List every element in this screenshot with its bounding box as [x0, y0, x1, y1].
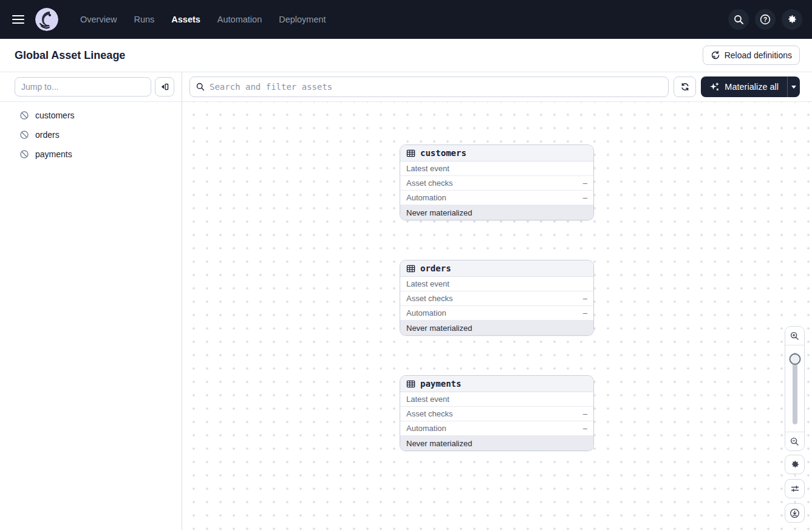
refresh-button[interactable] — [674, 76, 696, 97]
help-button[interactable]: ? — [755, 9, 776, 30]
nav-item-automation[interactable]: Automation — [217, 15, 262, 24]
gear-icon — [786, 14, 797, 25]
reload-icon — [711, 50, 720, 60]
graph-settings-button[interactable] — [785, 455, 805, 474]
never-materialized-icon — [19, 110, 29, 120]
never-materialized-icon — [19, 130, 29, 140]
dagster-logo-icon[interactable] — [35, 8, 58, 31]
collapse-panel-icon — [160, 82, 169, 92]
asset-node-name: payments — [420, 379, 461, 389]
asset-node-header: customers — [400, 145, 593, 161]
refresh-icon — [680, 82, 690, 92]
nav-item-deployment[interactable]: Deployment — [279, 15, 326, 24]
node-row-automation: Automation– — [400, 421, 593, 436]
lineage-sidebar: customers orders payments — [0, 72, 182, 530]
node-row-latest-event: Latest event — [400, 277, 593, 291]
table-icon — [406, 379, 415, 389]
reload-definitions-button[interactable]: Reload definitions — [703, 46, 800, 65]
asset-node-orders[interactable]: orders Latest event Asset checks– Automa… — [400, 260, 594, 336]
materialize-split-button: Materialize all — [701, 76, 800, 97]
hamburger-menu-icon[interactable] — [4, 0, 33, 39]
asset-item-label: customers — [35, 110, 75, 120]
asset-list-item-orders[interactable]: orders — [0, 125, 182, 144]
asset-node-header: payments — [400, 376, 593, 392]
asset-list-item-customers[interactable]: customers — [0, 106, 182, 125]
sparkle-icon — [709, 82, 720, 92]
node-status: Never materialized — [400, 436, 593, 450]
node-row-automation: Automation– — [400, 191, 593, 205]
asset-node-name: orders — [420, 263, 451, 273]
chevron-down-icon — [791, 86, 796, 89]
node-row-latest-event: Latest event — [400, 392, 593, 407]
settings-button[interactable] — [782, 9, 802, 30]
page-header: Global Asset Lineage Reload definitions — [0, 39, 812, 72]
asset-list: customers orders payments — [0, 102, 182, 164]
asset-search-box[interactable] — [189, 76, 669, 97]
zoom-slider[interactable] — [785, 345, 804, 432]
svg-text:?: ? — [763, 16, 767, 23]
zoom-in-icon — [790, 331, 799, 341]
asset-node-name: customers — [420, 148, 466, 158]
node-status: Never materialized — [400, 321, 593, 335]
zoom-slider-knob[interactable] — [789, 353, 800, 365]
zoom-out-button[interactable] — [785, 432, 804, 450]
zoom-out-icon — [790, 437, 799, 446]
zoom-in-button[interactable] — [785, 327, 804, 345]
graph-toolbar: Materialize all — [182, 72, 812, 102]
sidebar-toolbar — [0, 72, 182, 102]
table-icon — [406, 149, 415, 158]
collapse-sidebar-button[interactable] — [155, 77, 174, 97]
node-status: Never materialized — [400, 205, 593, 220]
asset-node-header: orders — [400, 260, 593, 277]
node-row-latest-event: Latest event — [400, 161, 593, 176]
node-row-asset-checks: Asset checks– — [400, 407, 593, 421]
asset-item-label: payments — [35, 149, 72, 159]
node-row-asset-checks: Asset checks– — [400, 176, 593, 191]
asset-item-label: orders — [35, 130, 60, 140]
gear-icon — [790, 460, 800, 469]
page-title: Global Asset Lineage — [15, 49, 125, 62]
jump-to-input[interactable] — [15, 77, 151, 97]
materialize-options-dropdown[interactable] — [787, 76, 800, 97]
download-icon — [790, 508, 800, 518]
asset-node-customers[interactable]: customers Latest event Asset checks– Aut… — [400, 144, 594, 220]
top-navbar: Overview Runs Assets Automation Deployme… — [0, 0, 812, 39]
search-icon — [196, 83, 205, 91]
sliders-icon — [790, 484, 800, 494]
asset-list-item-payments[interactable]: payments — [0, 144, 182, 164]
graph-filters-button[interactable] — [785, 479, 805, 498]
search-button[interactable] — [728, 9, 749, 30]
asset-node-payments[interactable]: payments Latest event Asset checks– Auto… — [400, 375, 594, 451]
search-filter-input[interactable] — [210, 82, 662, 92]
nav-item-assets[interactable]: Assets — [171, 15, 200, 24]
node-row-asset-checks: Asset checks– — [400, 291, 593, 306]
table-icon — [406, 264, 415, 273]
help-icon: ? — [760, 14, 771, 25]
never-materialized-icon — [19, 149, 29, 159]
node-row-automation: Automation– — [400, 306, 593, 321]
search-icon — [734, 15, 744, 25]
lineage-canvas[interactable]: customers Latest event Asset checks– Aut… — [182, 102, 812, 530]
primary-nav: Overview Runs Assets Automation Deployme… — [80, 15, 326, 24]
nav-item-overview[interactable]: Overview — [80, 15, 117, 24]
nav-item-runs[interactable]: Runs — [134, 15, 154, 24]
zoom-panel — [785, 326, 805, 451]
materialize-all-button[interactable]: Materialize all — [701, 76, 787, 97]
download-image-button[interactable] — [785, 503, 805, 523]
